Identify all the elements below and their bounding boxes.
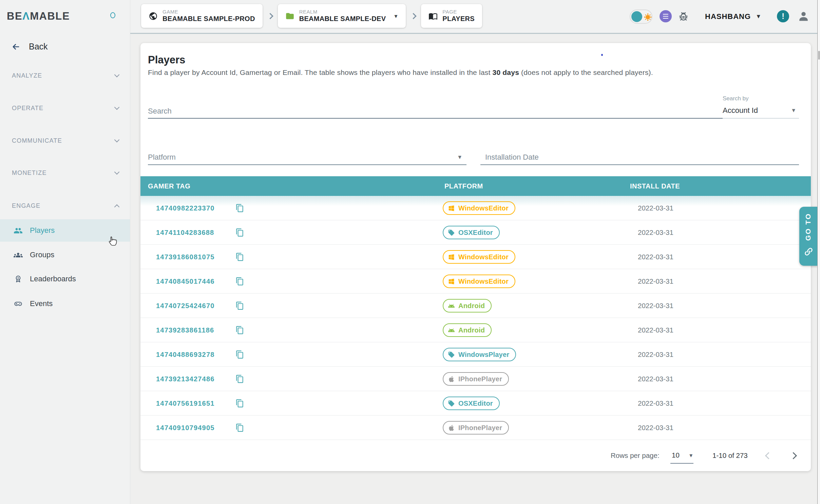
table-row: 14741104283688 OSXEditor 2022-03-31: [140, 220, 811, 245]
rows-per-page-select[interactable]: 10 ▼: [670, 447, 693, 464]
sidebar-item-events[interactable]: Events: [0, 293, 130, 315]
gamer-tag-link[interactable]: 14740756191651: [156, 391, 215, 416]
breadcrumb-game[interactable]: GAME BEAMABLE SAMPLE-PROD: [141, 4, 263, 28]
copy-icon[interactable]: [235, 228, 244, 237]
install-date: 2022-03-31: [638, 220, 673, 245]
android-icon: [448, 327, 455, 334]
install-date: 2022-03-31: [638, 196, 673, 220]
gamer-tag-link[interactable]: 14740488693278: [156, 342, 215, 367]
menu-button[interactable]: [660, 10, 672, 22]
install-date: 2022-03-31: [638, 342, 673, 367]
chevron-right-icon: [411, 13, 417, 19]
column-install-date: INSTALL DATE: [630, 176, 680, 196]
android-icon: [448, 302, 455, 309]
table-row: 14740488693278 WindowsPlayer 2022-03-31: [140, 342, 811, 367]
sidebar-section-engage[interactable]: ENGAGE: [12, 201, 119, 210]
platform-badge: OSXEditor: [443, 397, 500, 410]
artifact-dot: [601, 54, 603, 56]
platform-badge: WindowsPlayer: [443, 348, 516, 361]
copy-icon[interactable]: [235, 350, 244, 359]
previous-page-button[interactable]: [765, 452, 772, 459]
sidebar-section-monetize[interactable]: MONETIZE: [12, 168, 119, 178]
sidebar: BEΛMABLE Back ANALYZE OPERATE COMMUNICAT…: [0, 0, 130, 504]
platform-badge: OSXEditor: [443, 226, 500, 239]
chevron-icon: [114, 137, 120, 142]
search-by-select[interactable]: Search by Account Id ▼: [723, 90, 799, 119]
platform-badge: IPhonePlayer: [443, 372, 509, 386]
sidebar-item-leaderboards[interactable]: Leaderboards: [0, 268, 130, 290]
gamer-tag-link[interactable]: 14741104283688: [156, 220, 214, 245]
medal-icon: [14, 275, 23, 284]
bug-report-button[interactable]: [677, 10, 690, 23]
copy-icon[interactable]: [235, 253, 244, 261]
sidebar-section-communicate[interactable]: COMMUNICATE: [12, 136, 119, 145]
install-date: 2022-03-31: [638, 245, 673, 269]
theme-toggle-knob: [631, 11, 642, 22]
copy-icon[interactable]: [235, 301, 244, 310]
gamer-tag-link[interactable]: 14740725424670: [156, 294, 215, 318]
page-description: Find a player by Account Id, Gamertag or…: [148, 68, 653, 77]
platform-badge: WindowsEditor: [443, 250, 515, 264]
topbar: GAME BEAMABLE SAMPLE-PROD REALM BEAMABLE…: [130, 0, 817, 34]
profile-icon[interactable]: [797, 10, 810, 22]
table-row: 14740756191651 OSXEditor 2022-03-31: [140, 391, 811, 416]
install-date: 2022-03-31: [638, 294, 673, 318]
chevron-right-icon: [267, 13, 273, 19]
install-date: 2022-03-31: [638, 416, 673, 440]
platform-select[interactable]: Platform ▼: [148, 145, 466, 165]
folder-icon: [285, 12, 294, 21]
chevron-down-icon: ▼: [756, 13, 761, 20]
platform-badge: WindowsEditor: [443, 201, 515, 215]
table-row: 14739213427486 IPhonePlayer 2022-03-31: [140, 367, 811, 391]
apple-icon: [448, 376, 455, 383]
scrollbar[interactable]: [817, 0, 820, 504]
table-footer: Rows per page: 10 ▼ 1-10 of 273: [140, 440, 811, 471]
app-root: BEΛMABLE Back ANALYZE OPERATE COMMUNICAT…: [0, 0, 820, 504]
back-arrow-icon: [11, 42, 21, 52]
copy-icon[interactable]: [235, 326, 244, 335]
scrollbar-thumb[interactable]: [818, 51, 820, 60]
page-title: Players: [148, 54, 185, 66]
back-button[interactable]: Back: [11, 42, 48, 52]
goto-button[interactable]: GO TO: [799, 207, 818, 266]
copy-icon[interactable]: [235, 277, 244, 286]
platform-badge: IPhonePlayer: [443, 421, 509, 435]
gamer-tag-link[interactable]: 14739186081075: [156, 245, 215, 269]
gamer-tag-link[interactable]: 14740982223370: [156, 196, 215, 220]
breadcrumb: GAME BEAMABLE SAMPLE-PROD REALM BEAMABLE…: [141, 4, 482, 28]
link-icon: [804, 247, 814, 257]
gamer-tag-link[interactable]: 14739283861186: [156, 318, 214, 342]
chevron-down-icon: ▼: [393, 13, 398, 19]
main-content: Players Find a player by Account Id, Gam…: [130, 34, 817, 504]
install-date: 2022-03-31: [638, 318, 673, 342]
alert-button[interactable]: !: [777, 10, 789, 22]
installation-date-input[interactable]: Installation Date: [480, 145, 799, 165]
table-row: 14740982223370 WindowsEditor 2022-03-31: [140, 196, 811, 220]
copy-icon[interactable]: [235, 399, 244, 408]
windows-icon: [448, 205, 455, 212]
book-icon: [428, 12, 438, 21]
groups-icon: [14, 250, 23, 260]
apple-icon: [448, 424, 455, 431]
copy-icon[interactable]: [235, 423, 244, 432]
theme-toggle[interactable]: [630, 9, 652, 24]
table-row: 14740910794905 IPhonePlayer 2022-03-31: [140, 416, 811, 440]
table-row: 14740725424670 Android 2022-03-31: [140, 294, 811, 318]
gamer-tag-link[interactable]: 14740845017446: [156, 269, 215, 294]
copy-icon[interactable]: [235, 204, 244, 213]
sidebar-section-operate[interactable]: OPERATE: [12, 103, 119, 113]
tag-icon: [448, 400, 455, 407]
chevron-icon: [114, 169, 120, 175]
next-page-button[interactable]: [790, 452, 797, 459]
gamer-tag-link[interactable]: 14740910794905: [156, 416, 215, 440]
tag-icon: [448, 351, 455, 358]
copy-icon[interactable]: [235, 375, 244, 383]
beamable-logo: BEΛMABLE: [7, 10, 70, 22]
account-menu[interactable]: HASHBANG ▼: [705, 0, 761, 33]
sidebar-section-analyze[interactable]: ANALYZE: [12, 71, 119, 80]
search-input[interactable]: Search: [148, 101, 723, 119]
breadcrumb-realm[interactable]: REALM BEAMABLE SAMPLE-DEV ▼: [278, 4, 406, 28]
breadcrumb-page[interactable]: PAGE PLAYERS: [421, 4, 482, 28]
chevron-down-icon: ▼: [791, 107, 796, 114]
gamer-tag-link[interactable]: 14739213427486: [156, 367, 215, 391]
